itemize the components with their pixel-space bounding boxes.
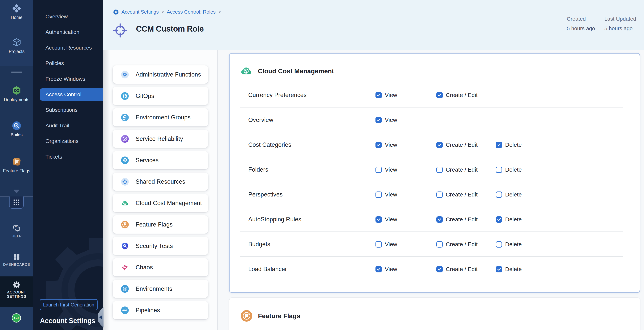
checked-checkbox-view[interactable] — [376, 216, 382, 223]
permission-section-title: Cloud Cost Management — [258, 67, 334, 75]
sidenav-item-account-resources[interactable]: Account Resources — [40, 42, 103, 54]
resource-group-card-services[interactable]: Services — [113, 151, 208, 169]
resource-group-label: Feature Flags — [136, 221, 173, 228]
checkbox-label: Create / Edit — [446, 191, 478, 198]
rail-item-feature-flags[interactable]: Feature Flags — [0, 157, 33, 174]
account-settings-sidenav: OverviewAuthenticationAccount ResourcesP… — [33, 0, 103, 330]
checked-checkbox-create-edit[interactable] — [436, 266, 443, 272]
resource-group-card-pipelines[interactable]: Pipelines — [113, 301, 208, 319]
sidenav-item-overview[interactable]: Overview — [40, 10, 103, 23]
unchecked-checkbox-delete[interactable] — [496, 192, 502, 198]
checked-checkbox-view[interactable] — [376, 92, 382, 98]
rail-item-help[interactable]: ? HELP — [0, 224, 33, 238]
sidenav-item-freeze-windows[interactable]: Freeze Windows — [40, 73, 103, 85]
checked-checkbox-create-edit[interactable] — [436, 142, 443, 148]
permission-row-folders: Folders View Create / Edit Delete — [230, 157, 640, 182]
unchecked-checkbox-delete[interactable] — [496, 241, 502, 248]
rail-more-modules[interactable] — [0, 188, 33, 194]
unchecked-checkbox-create-edit[interactable] — [436, 192, 443, 198]
launch-first-generation-button[interactable]: Launch First Generation — [40, 299, 98, 310]
checked-checkbox-delete[interactable] — [496, 266, 502, 272]
permission-checkbox-group: Delete — [496, 167, 522, 173]
resource-group-label: Security Tests — [136, 243, 173, 249]
sidenav-item-policies[interactable]: Policies — [40, 57, 103, 70]
resource-group-card-feature-flags[interactable]: Feature Flags — [113, 215, 208, 234]
admin-functions-icon — [121, 71, 129, 78]
checkbox-label: View — [385, 141, 397, 148]
resource-group-list: Administrative Functions GitOps Environm… — [113, 65, 208, 322]
checked-checkbox-view[interactable] — [376, 266, 382, 272]
checkbox-label: View — [385, 266, 397, 272]
sidenav-item-authentication[interactable]: Authentication — [40, 26, 103, 39]
permission-checkbox-group: View — [376, 117, 397, 123]
rail-item-account-settings[interactable]: ACCOUNT SETTINGS — [0, 276, 33, 307]
rail-item-home[interactable]: Home — [0, 4, 33, 20]
checkbox-label: Create / Edit — [446, 216, 478, 223]
unchecked-checkbox-create-edit[interactable] — [436, 241, 443, 248]
unchecked-checkbox-create-edit[interactable] — [436, 167, 443, 173]
sidenav-item-access-control[interactable]: Access Control — [40, 88, 103, 101]
resource-group-card-environments[interactable]: Environments — [113, 280, 208, 298]
collapse-left-arrow-icon — [99, 315, 102, 320]
permission-checkbox-group: Delete — [496, 191, 522, 198]
checked-checkbox-view[interactable] — [376, 142, 382, 148]
unchecked-checkbox-delete[interactable] — [496, 167, 502, 173]
resource-group-card-security-tests[interactable]: Security Tests — [113, 237, 208, 255]
checked-checkbox-delete[interactable] — [496, 216, 502, 223]
resource-group-card-gitops[interactable]: GitOps — [113, 87, 208, 105]
rail-item-label: HELP — [0, 234, 33, 238]
dashboards-icon — [0, 253, 33, 261]
permission-row-budgets: Budgets View Create / Edit Delete — [230, 232, 640, 257]
permission-checkbox-group: View — [376, 141, 397, 148]
resource-group-label: Chaos — [136, 264, 153, 271]
rail-item-label: Home — [0, 15, 33, 20]
header-meta: Created 5 hours ago Last Updated 5 hours… — [567, 14, 636, 33]
rail-item-label: SETTINGS — [0, 294, 33, 299]
resource-group-card-chaos[interactable]: Chaos — [113, 258, 208, 276]
checkbox-label: Delete — [505, 216, 522, 223]
checked-checkbox-create-edit[interactable] — [436, 216, 443, 223]
resource-group-card-shared-resources[interactable]: Shared Resources — [113, 173, 208, 191]
unchecked-checkbox-view[interactable] — [376, 241, 382, 248]
breadcrumb-account-settings[interactable]: Account Settings — [122, 9, 159, 15]
resource-group-label: GitOps — [136, 93, 154, 99]
checked-checkbox-view[interactable] — [376, 117, 382, 123]
permission-row-autostopping-rules: AutoStopping Rules View Create / Edit De… — [230, 207, 640, 232]
module-browser-button[interactable] — [9, 197, 24, 209]
sidenav-item-audit-trail[interactable]: Audit Trail — [40, 119, 103, 132]
unchecked-checkbox-view[interactable] — [376, 192, 382, 198]
resource-group-card-service-reliability[interactable]: Service Reliability — [113, 130, 208, 148]
checkbox-label: Create / Edit — [446, 241, 478, 248]
permission-row-label: Overview — [248, 116, 273, 123]
breadcrumb-separator: > — [162, 9, 164, 15]
sidenav-item-tickets[interactable]: Tickets — [40, 150, 103, 163]
permission-checkbox-group: View — [376, 216, 397, 223]
breadcrumb-access-control-roles[interactable]: Access Control: Roles — [167, 9, 216, 15]
rail-item-dashboards[interactable]: DASHBOARDS — [0, 253, 33, 267]
service-reliability-icon — [121, 135, 129, 143]
sidenav-item-organizations[interactable]: Organizations — [40, 135, 103, 147]
sidenav-item-subscriptions[interactable]: Subscriptions — [40, 104, 103, 116]
checkbox-label: Delete — [505, 266, 522, 272]
avatar-initials: CJ — [14, 316, 19, 320]
checked-checkbox-create-edit[interactable] — [436, 92, 443, 98]
rail-item-deployments[interactable]: Deployments — [0, 86, 33, 102]
permission-checkbox-group: Create / Edit — [436, 167, 478, 173]
unchecked-checkbox-view[interactable] — [376, 167, 382, 173]
resource-group-card-administrative-functions[interactable]: Administrative Functions — [113, 65, 208, 84]
services-icon — [121, 156, 129, 164]
page-title-row: CCM Custom Role — [113, 22, 204, 36]
resource-group-card-cloud-cost-management[interactable]: $ Cloud Cost Management — [113, 194, 208, 212]
rail-item-projects[interactable]: Projects — [0, 38, 33, 54]
resource-group-label: Cloud Cost Management — [136, 200, 202, 207]
gear-icon — [0, 281, 33, 289]
resource-group-card-environment-groups[interactable]: Environment Groups — [113, 108, 208, 126]
permission-row-label: Currency Preferences — [248, 92, 307, 98]
checked-checkbox-delete[interactable] — [496, 142, 502, 148]
checkbox-label: Delete — [505, 191, 522, 198]
chevron-down-icon — [0, 188, 33, 194]
rail-item-builds[interactable]: Builds — [0, 121, 33, 137]
page-header: Account Settings > Access Control: Roles… — [103, 0, 644, 50]
user-avatar[interactable]: CJ — [12, 313, 21, 322]
permission-checkbox-group: Create / Edit — [436, 92, 478, 98]
